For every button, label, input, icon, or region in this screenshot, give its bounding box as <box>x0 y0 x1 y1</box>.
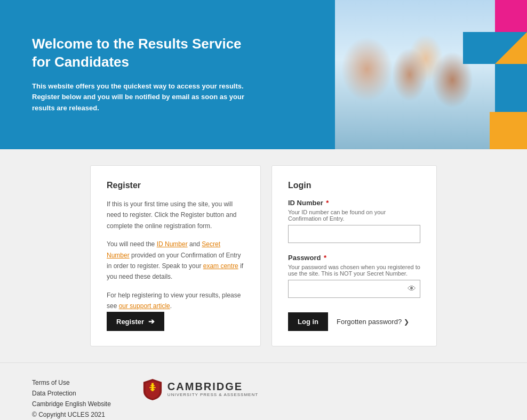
header-subtitle: This website offers you the quickest way… <box>32 81 245 114</box>
register-card: Register If this is your first time usin… <box>90 165 261 346</box>
photo-people <box>335 0 495 149</box>
header-image-area <box>335 0 527 149</box>
cambridge-shield-icon <box>143 379 162 400</box>
id-number-group: ID Number * Your ID number can be found … <box>288 199 420 243</box>
login-actions: Log in Forgotten password? ❯ <box>288 312 409 331</box>
deco-yellow-triangle <box>495 32 527 64</box>
footer-copyright: © Copyright UCLES 2021 <box>32 411 111 418</box>
header-text-area: Welcome to the Results Service for Candi… <box>0 14 277 135</box>
register-arrow-icon: ➔ <box>148 317 155 326</box>
password-required-star: * <box>324 254 326 262</box>
forgotten-password-link[interactable]: Forgotten password? ❯ <box>337 318 409 326</box>
password-input[interactable] <box>288 280 420 298</box>
login-card: Login ID Number * Your ID number can be … <box>272 165 437 346</box>
cambridge-name-text: CAMBRIDGE <box>167 381 258 392</box>
support-article-link[interactable]: our support article <box>119 302 170 310</box>
forgotten-chevron-icon: ❯ <box>404 318 409 326</box>
deco-yellow-bottom <box>490 112 527 149</box>
exam-centre-link[interactable]: exam centre <box>203 262 238 270</box>
password-input-wrapper: 👁 <box>288 280 420 298</box>
cambridge-text-block: CAMBRIDGE UNIVERSITY PRESS & ASSESSMENT <box>167 381 258 398</box>
svg-rect-3 <box>151 383 154 391</box>
deco-teal-block <box>463 32 495 64</box>
register-card-body: If this is your first time using the sit… <box>107 199 244 312</box>
id-number-label: ID Number * <box>288 199 420 207</box>
cambridge-sub-text: UNIVERSITY PRESS & ASSESSMENT <box>167 392 258 398</box>
id-required-star: * <box>326 199 329 207</box>
id-hint: Your ID number can be found on your Conf… <box>288 209 420 222</box>
register-button[interactable]: Register ➔ <box>107 312 164 331</box>
id-number-link[interactable]: ID Number <box>157 240 188 248</box>
footer-terms-link[interactable]: Terms of Use <box>32 379 111 386</box>
header-title: Welcome to the Results Service for Candi… <box>32 35 245 71</box>
register-card-title: Register <box>107 181 244 190</box>
register-para3: For help registering to view your result… <box>107 290 244 312</box>
password-hint: Your password was chosen when you regist… <box>288 264 420 277</box>
password-label: Password * <box>288 254 420 262</box>
cards-row: Register If this is your first time usin… <box>0 149 527 352</box>
register-para2: You will need the ID Number and Secret N… <box>107 239 244 282</box>
header-photo <box>335 0 495 149</box>
footer-data-protection-link[interactable]: Data Protection <box>32 390 111 397</box>
id-number-input[interactable] <box>288 225 420 243</box>
footer-cambridge-english-link[interactable]: Cambridge English Website <box>32 400 111 408</box>
login-button[interactable]: Log in <box>288 312 328 331</box>
deco-pink-block <box>495 0 527 32</box>
password-group: Password * Your password was chosen when… <box>288 254 420 298</box>
register-para1: If this is your first time using the sit… <box>107 199 244 231</box>
login-card-title: Login <box>288 181 420 190</box>
footer: Terms of Use Data Protection Cambridge E… <box>0 362 527 420</box>
footer-links: Terms of Use Data Protection Cambridge E… <box>32 379 111 418</box>
footer-logo: CAMBRIDGE UNIVERSITY PRESS & ASSESSMENT <box>143 379 258 400</box>
header-banner: Welcome to the Results Service for Candi… <box>0 0 527 149</box>
eye-toggle-icon[interactable]: 👁 <box>408 284 416 294</box>
